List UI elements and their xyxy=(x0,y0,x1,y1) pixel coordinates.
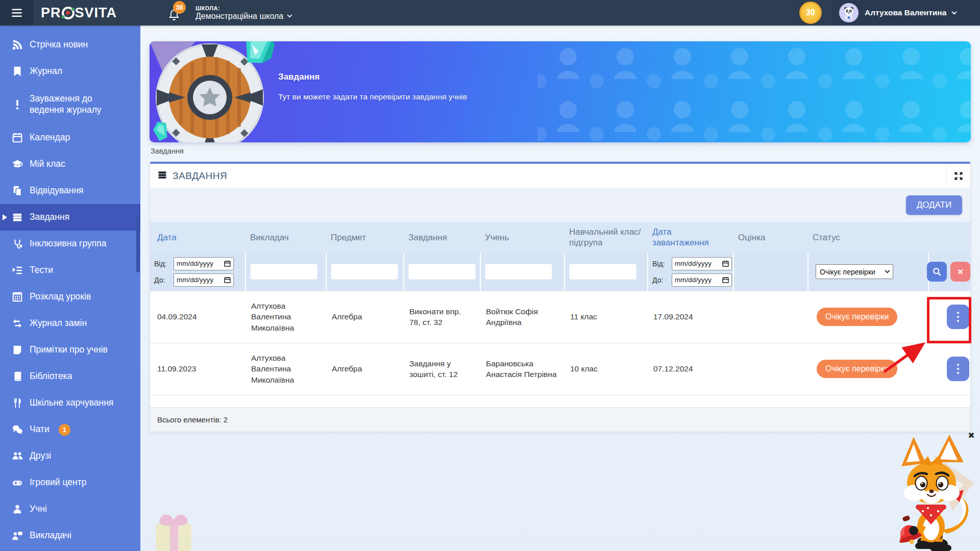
sidebar-scrollbar[interactable] xyxy=(136,215,140,272)
sidebar-item-label: Зауваження до ведення журналу xyxy=(30,93,132,116)
sidebar-item-label: Бібліотека xyxy=(30,371,77,382)
notifications-button[interactable]: 38 xyxy=(168,4,183,21)
sidebar-item-my-class[interactable]: Мій клас xyxy=(0,151,140,178)
sidebar-item-news-feed[interactable]: Стрічка новин xyxy=(0,32,140,58)
sidebar-item-library[interactable]: Бібліотека xyxy=(0,363,140,390)
cutlery-icon xyxy=(11,397,23,409)
column-header-teacher: Викладач xyxy=(245,222,326,253)
sidebar-item-friends[interactable]: Друзі xyxy=(0,443,140,469)
sidebar-item-tasks[interactable]: Завдання xyxy=(0,204,140,231)
sidebar-item-students[interactable]: Учні xyxy=(0,496,140,522)
date-from-label: Від: xyxy=(652,260,669,268)
table-footer: Всього елементів: 2 xyxy=(150,407,970,432)
user-menu[interactable]: Алтухова Валентина xyxy=(832,0,980,26)
hamburger-menu-button[interactable] xyxy=(0,0,34,26)
chevron-down-icon xyxy=(287,14,292,18)
table-row[interactable]: 11.09.2023 Алтухова Валентина Миколаївна… xyxy=(150,343,970,395)
cell-date: 04.09.2024 xyxy=(150,291,245,343)
coins-value: 30 xyxy=(806,8,815,17)
upload-date-to-input[interactable]: mm/dd/yyyy xyxy=(672,273,732,287)
date-placeholder: mm/dd/yyyy xyxy=(675,276,712,284)
sidebar-item-journal-remarks[interactable]: Зауваження до ведення журналу xyxy=(0,85,140,124)
date-from-input[interactable]: mm/dd/yyyy xyxy=(174,257,234,270)
search-button[interactable] xyxy=(927,262,947,282)
sidebar-item-label: Завдання xyxy=(30,212,75,223)
card-title: ЗАВДАННЯ xyxy=(173,170,227,182)
row-actions-button[interactable] xyxy=(947,357,969,381)
banner-subtitle: Тут ви можете задати та перевірити завда… xyxy=(278,92,467,102)
sidebar-item-lesson-schedule[interactable]: Розклад уроків xyxy=(0,284,140,310)
class-group-filter-input[interactable] xyxy=(569,264,636,280)
column-header-student: Учень xyxy=(480,222,564,253)
test-list-icon xyxy=(11,264,23,277)
sidebar-item-calendar[interactable]: Календар xyxy=(0,124,140,151)
clear-filters-button[interactable]: ✕ xyxy=(950,262,970,282)
sidebar-item-label: Інклюзивна группа xyxy=(30,238,111,249)
exclamation-icon xyxy=(11,98,23,111)
swap-icon xyxy=(11,317,23,330)
upload-date-from-input[interactable]: mm/dd/yyyy xyxy=(672,257,732,270)
sidebar-item-inclusive-group[interactable]: Інклюзивна группа xyxy=(0,231,140,257)
dot xyxy=(957,364,959,366)
add-task-button[interactable]: ДОДАТИ xyxy=(906,195,962,215)
schedule-icon xyxy=(11,291,23,303)
notifications-badge: 38 xyxy=(173,1,186,14)
sidebar-item-chats[interactable]: Чати 1 xyxy=(0,416,140,443)
sidebar-item-teachers[interactable]: Викладачі xyxy=(0,522,140,549)
school-selector[interactable]: ШКОЛА: Демонстраційна школа xyxy=(195,5,292,21)
cell-subject: Алгебра xyxy=(326,343,403,395)
mascot-close-button[interactable]: ✖ xyxy=(966,430,976,440)
sidebar-item-label: Викладачі xyxy=(30,530,77,541)
column-header-status: Статус xyxy=(807,222,928,253)
chevron-down-icon xyxy=(951,11,957,15)
coins-counter[interactable]: 30 xyxy=(799,2,822,24)
column-header-class-group: Навчальний клас/підгрупа xyxy=(564,222,647,253)
friends-icon xyxy=(11,450,23,462)
column-header-date[interactable]: Дата xyxy=(150,222,245,253)
column-header-task: Завдання xyxy=(403,222,480,253)
column-header-upload-date[interactable]: Дата завантаження xyxy=(647,222,733,253)
main-content: Завдання Тут ви можете задати та перевір… xyxy=(140,26,980,551)
filter-grade-empty xyxy=(733,253,807,291)
table-empty-space xyxy=(150,395,970,407)
status-badge: Очікує перевірки xyxy=(817,308,897,326)
sidebar-item-journal[interactable]: Журнал xyxy=(0,58,140,85)
panda-avatar-icon xyxy=(841,5,856,20)
table-header-row: Дата Викладач Предмет Завдання Учень Нав… xyxy=(150,222,970,253)
sidebar-item-attendance[interactable]: Відвідування xyxy=(0,178,140,204)
filter-teacher xyxy=(245,253,326,291)
sidebar-item-substitution-journal[interactable]: Журнал замін xyxy=(0,310,140,337)
table-row[interactable]: 04.09.2024 Алтухова Валентина Миколаївна… xyxy=(150,291,970,343)
status-filter-select[interactable]: Очікує перевірки xyxy=(816,264,893,279)
student-filter-input[interactable] xyxy=(485,264,552,280)
hamburger-icon xyxy=(10,6,23,19)
cell-task: Виконати впр. 78, ст. 32 xyxy=(403,291,480,343)
school-name: Демонстраційна школа xyxy=(195,12,283,21)
date-placeholder: mm/dd/yyyy xyxy=(177,260,213,267)
dot xyxy=(957,368,959,370)
date-to-input[interactable]: mm/dd/yyyy xyxy=(174,273,234,287)
sidebar-item-student-notes[interactable]: Примітки про учнів xyxy=(0,337,140,363)
sidebar-item-game-center[interactable]: Ігровий центр xyxy=(0,469,140,496)
card-header: ЗАВДАННЯ xyxy=(150,164,970,188)
cell-upload-date: 07.12.2024 xyxy=(647,343,733,395)
cell-date: 11.09.2023 xyxy=(150,343,245,395)
sidebar-item-school-meals[interactable]: Шкільне харчування xyxy=(0,390,140,416)
task-filter-input[interactable] xyxy=(408,264,476,280)
filter-upload-date: Від: mm/dd/yyyy До: mm/dd/yyyy xyxy=(647,253,733,291)
teacher-filter-input[interactable] xyxy=(250,264,317,280)
card-toolbar: ДОДАТИ xyxy=(150,188,970,222)
cell-grade xyxy=(733,291,807,343)
cell-student: Войтюк Софія Андріївна xyxy=(480,291,564,343)
sidebar-item-label: Розклад уроків xyxy=(30,291,96,303)
sidebar-item-tests[interactable]: Тести xyxy=(0,257,140,284)
sidebar-item-label: Учні xyxy=(30,504,52,515)
tasks-icon xyxy=(157,170,167,182)
filter-date: Від: mm/dd/yyyy До: mm/dd/yyyy xyxy=(150,253,245,291)
fullscreen-toggle-button[interactable] xyxy=(946,164,970,188)
date-placeholder: mm/dd/yyyy xyxy=(177,276,213,284)
subject-filter-input[interactable] xyxy=(331,264,398,280)
cell-upload-date: 17.09.2024 xyxy=(647,291,733,343)
page: PR SVITA 38 ШКОЛА: Демонстраційна школа … xyxy=(0,0,980,551)
prosvita-logo[interactable]: PR SVITA xyxy=(41,5,117,21)
